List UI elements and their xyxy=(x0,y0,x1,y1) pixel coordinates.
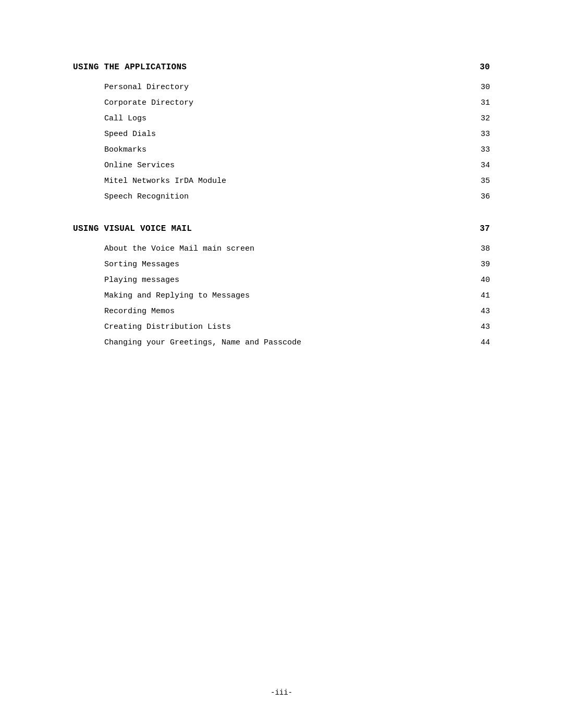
toc-entry: Making and Replying to Messages41 xyxy=(104,290,490,302)
toc-entry: Recording Memos43 xyxy=(104,305,490,318)
toc-entry: Changing your Greetings, Name and Passco… xyxy=(104,337,490,349)
toc-entry-label: Speech Recognition xyxy=(104,191,469,203)
toc-entry-page: 35 xyxy=(469,175,490,188)
section-heading-0: USING THE APPLICATIONS30 xyxy=(73,63,490,72)
toc-entry: Playing messages40 xyxy=(104,274,490,287)
toc-entry: Call Logs32 xyxy=(104,113,490,125)
toc-entry-label: Call Logs xyxy=(104,113,469,125)
toc-entry-page: 31 xyxy=(469,97,490,109)
toc-entry-page: 33 xyxy=(469,128,490,141)
toc-entry-page: 40 xyxy=(469,274,490,287)
toc-entry-page: 41 xyxy=(469,290,490,302)
section-using-applications: USING THE APPLICATIONS30Personal Directo… xyxy=(73,63,490,203)
toc-entry: Online Services34 xyxy=(104,159,490,172)
section-heading-label-1: USING VISUAL VOICE MAIL xyxy=(73,224,192,233)
toc-entry-page: 32 xyxy=(469,113,490,125)
section-using-visual-voice-mail: USING VISUAL VOICE MAIL37About the Voice… xyxy=(73,224,490,349)
toc-entry-label: Personal Directory xyxy=(104,81,469,94)
toc-entry: Corporate Directory31 xyxy=(104,97,490,109)
toc-entry: Creating Distribution Lists43 xyxy=(104,321,490,334)
toc-entry: Speed Dials33 xyxy=(104,128,490,141)
toc-entries-1: About the Voice Mail main screen38Sortin… xyxy=(104,243,490,349)
toc-entry: Mitel Networks IrDA Module35 xyxy=(104,175,490,188)
toc-entry-label: Creating Distribution Lists xyxy=(104,321,469,334)
toc-entry: About the Voice Mail main screen38 xyxy=(104,243,490,255)
toc-entry: Personal Directory30 xyxy=(104,81,490,94)
toc-entry-label: Making and Replying to Messages xyxy=(104,290,469,302)
toc-entry: Bookmarks33 xyxy=(104,144,490,156)
page: USING THE APPLICATIONS30Personal Directo… xyxy=(0,0,563,728)
toc-entry-page: 43 xyxy=(469,321,490,334)
section-heading-page-0: 30 xyxy=(480,63,490,72)
toc-entry-page: 30 xyxy=(469,81,490,94)
toc-entry-label: Playing messages xyxy=(104,274,469,287)
toc-entry-page: 33 xyxy=(469,144,490,156)
toc-entry-label: Online Services xyxy=(104,159,469,172)
toc-entry-label: Recording Memos xyxy=(104,305,469,318)
section-heading-1: USING VISUAL VOICE MAIL37 xyxy=(73,224,490,233)
section-heading-label-0: USING THE APPLICATIONS xyxy=(73,63,187,72)
toc-entries-0: Personal Directory30Corporate Directory3… xyxy=(104,81,490,203)
toc-entry-page: 43 xyxy=(469,305,490,318)
toc-entry: Sorting Messages39 xyxy=(104,258,490,271)
toc-entry-label: Corporate Directory xyxy=(104,97,469,109)
footer-text: -iii- xyxy=(271,688,292,697)
toc-entry-page: 38 xyxy=(469,243,490,255)
toc-entry-page: 39 xyxy=(469,258,490,271)
toc-entry-page: 34 xyxy=(469,159,490,172)
table-of-contents: USING THE APPLICATIONS30Personal Directo… xyxy=(73,63,490,349)
toc-entry-page: 44 xyxy=(469,337,490,349)
toc-entry-label: Bookmarks xyxy=(104,144,469,156)
page-footer: -iii- xyxy=(0,688,563,697)
toc-entry-label: Speed Dials xyxy=(104,128,469,141)
toc-entry: Speech Recognition36 xyxy=(104,191,490,203)
toc-entry-page: 36 xyxy=(469,191,490,203)
section-heading-page-1: 37 xyxy=(480,224,490,233)
toc-entry-label: Changing your Greetings, Name and Passco… xyxy=(104,337,469,349)
toc-entry-label: About the Voice Mail main screen xyxy=(104,243,469,255)
toc-entry-label: Mitel Networks IrDA Module xyxy=(104,175,469,188)
toc-entry-label: Sorting Messages xyxy=(104,258,469,271)
